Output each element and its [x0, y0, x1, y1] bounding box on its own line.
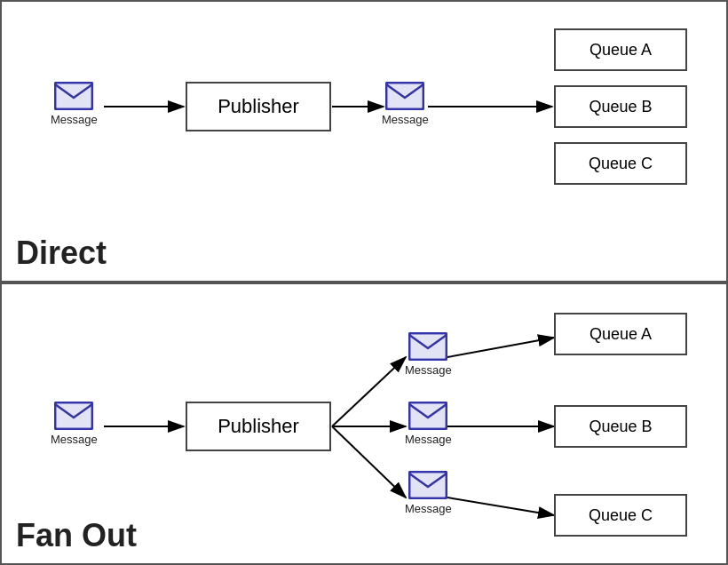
- fanout-publisher-box: Publisher: [186, 402, 331, 451]
- svg-line-17: [447, 497, 554, 515]
- fanout-envelope1: [54, 402, 93, 430]
- svg-rect-25: [409, 402, 447, 429]
- svg-rect-5: [55, 83, 92, 109]
- direct-publisher-box: Publisher: [186, 82, 331, 131]
- direct-queue-a: Queue A: [554, 28, 687, 71]
- fanout-message-top: Message: [405, 332, 452, 377]
- direct-message2: Message: [382, 82, 429, 126]
- fanout-label: Fan Out: [16, 517, 137, 554]
- fanout-message-bot: Message: [405, 471, 452, 515]
- svg-rect-19: [55, 402, 92, 429]
- fanout-message-mid: Message: [405, 402, 452, 446]
- envelope-icon2: [385, 82, 424, 110]
- fanout-envelope-bot: [408, 471, 447, 499]
- fanout-queue-b: Queue B: [554, 405, 687, 448]
- direct-label: Direct: [16, 235, 107, 272]
- direct-message1: Message: [51, 82, 98, 126]
- direct-queue-c: Queue C: [554, 142, 687, 185]
- direct-panel: Message Publisher Message Queue A Queue …: [0, 0, 728, 282]
- svg-rect-28: [409, 472, 447, 498]
- fanout-queue-a: Queue A: [554, 313, 687, 355]
- fanout-envelope-mid: [408, 402, 447, 430]
- svg-line-14: [332, 426, 406, 497]
- svg-rect-22: [409, 333, 447, 360]
- fanout-panel: Message Publisher Message Message: [0, 282, 728, 565]
- fanout-message1: Message: [51, 402, 98, 446]
- svg-line-15: [447, 338, 554, 357]
- svg-rect-8: [386, 83, 423, 109]
- direct-queue-b: Queue B: [554, 85, 687, 128]
- fanout-queue-c: Queue C: [554, 494, 687, 537]
- envelope-icon: [54, 82, 93, 110]
- svg-line-12: [332, 357, 406, 426]
- fanout-envelope-top: [408, 332, 447, 361]
